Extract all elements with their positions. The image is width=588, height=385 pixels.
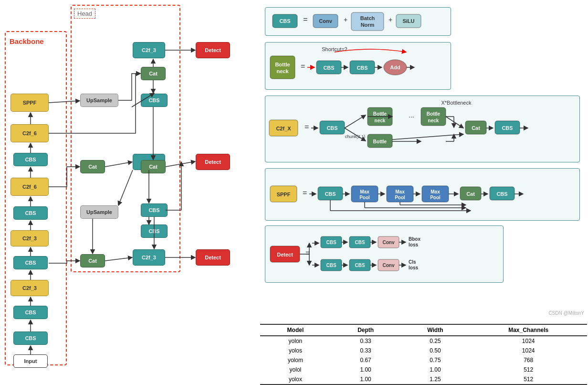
svg-rect-115 <box>490 187 514 200</box>
bottleneck-legend-svg: Shortcut=? Bottle neck = CBS <box>265 43 452 90</box>
svg-rect-35 <box>351 12 384 31</box>
svg-rect-112 <box>460 187 481 200</box>
svg-text:Pool: Pool <box>395 195 405 200</box>
svg-text:CBS: CBS <box>357 65 368 71</box>
table-cell: yolon <box>260 336 331 346</box>
svg-text:CBS: CBS <box>323 65 334 71</box>
svg-rect-49 <box>316 61 341 74</box>
svg-text:Bottle: Bottle <box>373 139 387 144</box>
svg-text:X*Bottleneck: X*Bottleneck <box>441 100 472 106</box>
svg-rect-32 <box>313 14 338 28</box>
cbs-node-1: CBS <box>13 332 48 345</box>
table-cell: 0.33 <box>331 336 401 346</box>
svg-rect-141 <box>321 259 342 271</box>
svg-rect-81 <box>465 121 486 134</box>
svg-text:Pool: Pool <box>430 195 441 200</box>
svg-rect-44 <box>270 56 295 79</box>
svg-rect-69 <box>368 107 392 126</box>
svg-text:=: = <box>304 123 309 131</box>
svg-text:Max: Max <box>395 189 405 194</box>
cat-node-1: Cat <box>141 67 166 80</box>
table-cell: 0.75 <box>400 355 470 365</box>
svg-text:Conv: Conv <box>383 240 395 245</box>
table-cell: yolom <box>260 355 331 365</box>
table-cell: 1.25 <box>400 374 470 385</box>
svg-rect-64 <box>320 121 345 134</box>
cbs-head-1: CBS <box>141 94 168 107</box>
c2f-legend-svg: X*Bottleneck C2f_X = CBS chunk(2,1) Bott… <box>265 96 580 163</box>
head-label: Head <box>74 9 95 19</box>
col-maxchannels: Max_Channels <box>470 324 587 336</box>
svg-text:Conv: Conv <box>319 18 332 24</box>
svg-line-77 <box>368 134 463 141</box>
c2f3-node-2: C2f_3 <box>10 230 49 246</box>
svg-text:...: ... <box>409 111 414 119</box>
svg-rect-132 <box>349 236 370 248</box>
svg-text:loss: loss <box>409 242 418 247</box>
svg-text:CBS: CBS <box>279 18 290 24</box>
table-row: yolom0.670.75768 <box>260 355 587 365</box>
svg-rect-52 <box>350 61 375 74</box>
table-cell: 512 <box>470 365 587 374</box>
c2f-legend-box: X*Bottleneck C2f_X = CBS chunk(2,1) Bott… <box>265 96 580 162</box>
svg-text:Detect: Detect <box>277 252 293 257</box>
table-cell: yolol <box>260 365 331 374</box>
svg-rect-79 <box>368 134 392 148</box>
table-row: yolon0.330.251024 <box>260 336 587 346</box>
svg-rect-97 <box>318 187 343 200</box>
cat-node-2: Cat <box>80 160 105 173</box>
col-width: Width <box>400 324 470 336</box>
svg-text:neck: neck <box>276 68 289 74</box>
table-cell: 1.00 <box>331 374 401 385</box>
detect-node-2: Detect <box>196 154 230 170</box>
cbs-head-2: CBS <box>141 203 168 217</box>
svg-text:chunk(2,1): chunk(2,1) <box>345 134 366 139</box>
detect-legend-box: Detect = CBS CBS Conv Bbox loss CBS CBS <box>265 225 504 283</box>
table-row: yolol1.001.00512 <box>260 365 587 374</box>
svg-text:CBS: CBS <box>355 263 365 268</box>
table-cell: 0.67 <box>331 355 401 365</box>
svg-line-68 <box>345 128 366 141</box>
detect-legend-svg: Detect = CBS CBS Conv Bbox loss CBS CBS <box>265 226 504 283</box>
table-row: yolos0.330.501024 <box>260 346 587 355</box>
svg-rect-147 <box>378 259 399 271</box>
bottleneck-legend-box: Shortcut=? Bottle neck = CBS <box>265 42 451 90</box>
c2f3-node-1: C2f_3 <box>10 280 49 296</box>
svg-text:neck: neck <box>375 118 386 123</box>
svg-line-76 <box>446 117 463 128</box>
model-table: Model Depth Width Max_Channels yolon0.33… <box>260 324 587 385</box>
sppf-legend-box: SPPF = CBS Max Pool Max Pool Max Pool <box>265 168 580 221</box>
svg-rect-73 <box>421 107 446 126</box>
svg-text:+: + <box>344 16 347 23</box>
svg-text:loss: loss <box>409 265 418 270</box>
cbs-head-3: CBS <box>141 225 168 238</box>
svg-text:Bottle: Bottle <box>373 111 387 117</box>
c2f3-head-3: C2f_3 <box>133 249 165 266</box>
svg-text:CBS: CBS <box>496 191 507 197</box>
col-model: Model <box>260 324 331 336</box>
upsample-node-2: UpSample <box>80 205 118 219</box>
svg-text:=: = <box>301 62 305 70</box>
svg-text:=: = <box>305 249 310 257</box>
watermark: CSDN @MiltonY <box>548 310 584 316</box>
col-depth: Depth <box>331 324 401 336</box>
svg-text:Bottle: Bottle <box>427 111 441 117</box>
svg-text:Add: Add <box>390 64 400 70</box>
svg-text:+: + <box>388 16 392 23</box>
table-cell: yolos <box>260 346 331 355</box>
svg-text:Cat: Cat <box>472 125 480 131</box>
table-cell: 1024 <box>470 346 587 355</box>
table-cell: 768 <box>470 355 587 365</box>
backbone-label: Backbone <box>10 37 44 45</box>
svg-rect-84 <box>495 121 520 134</box>
sppf-legend-svg: SPPF = CBS Max Pool Max Pool Max Pool <box>265 169 580 221</box>
svg-line-67 <box>345 115 366 128</box>
table-cell: 0.25 <box>400 336 470 346</box>
cat-node-4: Cat <box>80 254 105 267</box>
svg-text:=: = <box>303 189 307 197</box>
table-cell: 1.00 <box>331 365 401 374</box>
svg-rect-100 <box>351 186 378 202</box>
table-cell: 0.50 <box>400 346 470 355</box>
table-cell: 1024 <box>470 336 587 346</box>
svg-text:Batch: Batch <box>360 15 375 21</box>
